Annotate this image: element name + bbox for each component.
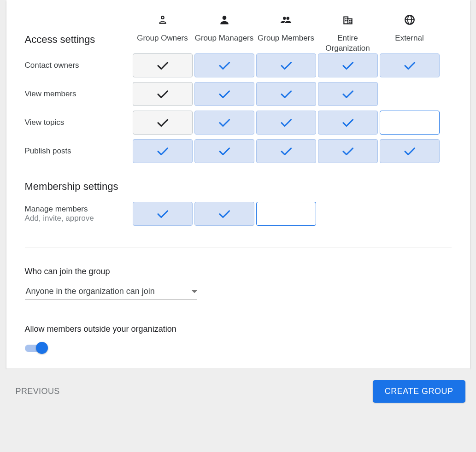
svg-point-0 [222, 16, 226, 20]
col-label-org: Entire Organization [318, 26, 378, 53]
access-cell-0-1[interactable] [194, 53, 254, 77]
managers-icon [194, 5, 254, 26]
access-row-1-label: View members [25, 89, 131, 99]
access-cell-1-3[interactable] [318, 82, 378, 106]
who-can-join-select[interactable]: Anyone in the organization can join [25, 285, 197, 299]
membership-cell-0-1[interactable] [194, 202, 254, 226]
col-label-external: External [380, 26, 440, 53]
membership-settings-title: Membership settings [25, 168, 131, 202]
access-row-3-label: Publish posts [25, 147, 131, 156]
access-cell-2-0[interactable] [133, 111, 193, 135]
access-cell-2-2[interactable] [256, 111, 316, 135]
access-cell-2-3[interactable] [318, 111, 378, 135]
access-cell-3-3[interactable] [318, 139, 378, 163]
permissions-grid: Access settings Group Owners Group Manag… [25, 5, 452, 230]
members-icon [256, 5, 316, 26]
access-cell-3-0[interactable] [133, 139, 193, 163]
allow-external-heading: Allow members outside your organization [25, 324, 452, 334]
access-cell-2-4[interactable] [380, 111, 440, 135]
access-row-2-label: View topics [25, 118, 131, 127]
access-cell-0-2[interactable] [256, 53, 316, 77]
owners-icon [133, 5, 193, 26]
access-cell-1-1[interactable] [194, 82, 254, 106]
access-cell-0-4[interactable] [380, 53, 440, 77]
access-cell-1-0[interactable] [133, 82, 193, 106]
access-cell-2-1[interactable] [194, 111, 254, 135]
organization-icon [318, 5, 378, 26]
membership-row-0-sublabel: Add, invite, approve [25, 214, 131, 223]
membership-cell-0-0[interactable] [133, 202, 193, 226]
col-label-owners: Group Owners [133, 26, 193, 53]
access-cell-3-2[interactable] [256, 139, 316, 163]
col-label-managers: Group Managers [194, 26, 254, 53]
chevron-down-icon [192, 290, 197, 293]
membership-row-0-label: Manage membersAdd, invite, approve [25, 205, 131, 223]
external-icon [380, 5, 440, 26]
divider [25, 247, 452, 247]
access-cell-1-4 [380, 82, 440, 106]
access-settings-title: Access settings [25, 34, 131, 46]
allow-external-toggle[interactable] [25, 342, 50, 353]
access-row-0-label: Contact owners [25, 61, 131, 70]
membership-cell-0-3 [318, 202, 378, 226]
svg-point-2 [286, 17, 289, 20]
access-cell-3-1[interactable] [194, 139, 254, 163]
membership-cell-0-4 [380, 202, 440, 226]
access-cell-3-4[interactable] [380, 139, 440, 163]
who-can-join-value: Anyone in the organization can join [26, 287, 155, 296]
membership-cell-0-2[interactable] [256, 202, 316, 226]
access-cell-0-3[interactable] [318, 53, 378, 77]
footer-bar: PREVIOUS CREATE GROUP [6, 368, 470, 413]
group-settings-card: Access settings Group Owners Group Manag… [6, 0, 470, 368]
access-cell-0-0[interactable] [133, 53, 193, 77]
who-can-join-heading: Who can join the group [25, 267, 452, 276]
access-cell-1-2[interactable] [256, 82, 316, 106]
col-label-members: Group Members [256, 26, 316, 53]
previous-button[interactable]: PREVIOUS [13, 386, 63, 397]
svg-point-1 [282, 17, 286, 20]
create-group-button[interactable]: CREATE GROUP [373, 380, 465, 403]
